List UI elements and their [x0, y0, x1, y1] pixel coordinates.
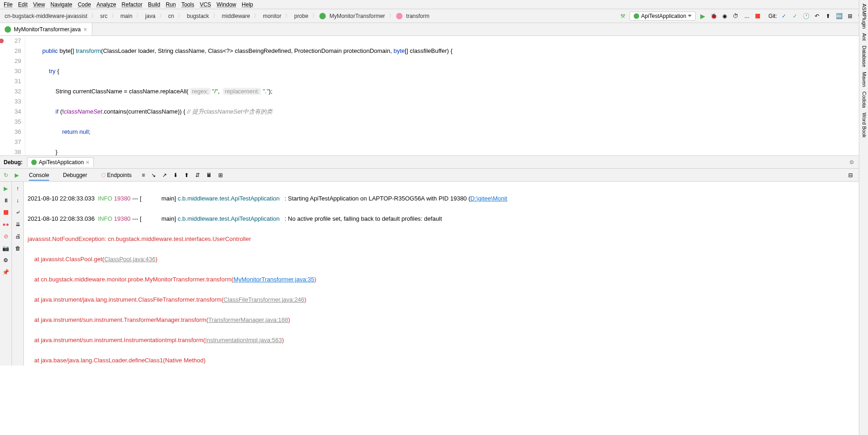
scroll-icon[interactable]: ⇊ — [14, 220, 22, 229]
crumb-monitor[interactable]: monitor — [261, 12, 283, 20]
attach-button[interactable]: ... — [743, 12, 751, 20]
breakpoint-icon[interactable] — [0, 39, 4, 43]
tool-codota[interactable]: Codota — [860, 92, 867, 108]
wrap-icon[interactable]: ⊟ — [848, 172, 853, 178]
menu-run[interactable]: Run — [166, 1, 176, 8]
source-link[interactable]: TransformerManager.java:188 — [208, 316, 288, 323]
crumb-class[interactable]: MyMonitorTransformer — [328, 12, 387, 20]
crumb-middleware[interactable]: middleware — [220, 12, 252, 20]
soft-wrap-icon[interactable]: ⤶ — [14, 208, 22, 217]
gutter-line[interactable]: 38 — [0, 147, 21, 157]
resume-icon[interactable]: ▶ — [2, 184, 10, 193]
gutter-line[interactable]: 30 — [0, 66, 21, 76]
close-icon[interactable]: × — [85, 159, 89, 166]
stop-button[interactable] — [754, 12, 762, 20]
run-config-selector[interactable]: ApiTestApplication — [630, 11, 696, 21]
up-icon[interactable]: ⬆ — [184, 172, 189, 178]
step-into-icon[interactable]: ↘ — [151, 172, 156, 178]
crumb-cn[interactable]: cn — [166, 12, 176, 20]
menu-code[interactable]: Code — [78, 1, 91, 8]
git-update-button[interactable]: ✓ — [780, 12, 788, 20]
file-link[interactable]: D:\gitee\Monit — [471, 195, 507, 202]
run-button[interactable]: ▶ — [698, 12, 707, 20]
gutter-line[interactable]: 29 — [0, 56, 21, 66]
endpoints-tab[interactable]: ⬡ Endpoints — [97, 170, 136, 180]
crumb-bugstack[interactable]: bugstack — [185, 12, 211, 20]
console-output[interactable]: 2021-08-10 22:08:33.033 INFO 19380 --- [… — [24, 182, 868, 366]
coverage-button[interactable]: ◉ — [720, 12, 729, 20]
debugger-tab[interactable]: Debugger — [59, 170, 91, 180]
stop-icon[interactable] — [2, 208, 10, 217]
console-tab[interactable]: Console — [25, 170, 53, 180]
menu-help[interactable]: Help — [242, 1, 253, 8]
menu-navigate[interactable]: Navigate — [51, 1, 72, 8]
settings-icon[interactable]: ⚙ — [2, 256, 10, 264]
debug-button[interactable]: 🐞 — [709, 12, 718, 20]
pin-icon[interactable]: 📌 — [2, 268, 10, 276]
crumb-module[interactable]: cn-bugstack-middleware-javassist — [3, 12, 89, 20]
git-commit-button[interactable]: ✓ — [791, 12, 799, 20]
debug-session-tab[interactable]: ApiTestApplication × — [27, 157, 93, 167]
menu-build[interactable]: Build — [148, 1, 160, 8]
menu-refactor[interactable]: Refactor — [122, 1, 142, 8]
gutter-line[interactable]: 34 — [0, 107, 21, 117]
git-push-button[interactable]: ⬆ — [824, 12, 832, 20]
gutter-line[interactable]: 31 — [0, 76, 21, 86]
gear-icon[interactable]: ⚙ — [849, 159, 854, 166]
tool-maven[interactable]: Maven — [860, 72, 867, 87]
step-out-icon[interactable]: ↗ — [162, 172, 167, 178]
close-icon[interactable]: × — [84, 26, 87, 33]
tool-database[interactable]: Database — [860, 46, 867, 67]
menu-tools[interactable]: Tools — [182, 1, 194, 8]
mute-breakpoints-icon[interactable]: ⊘ — [2, 232, 10, 240]
step-over-icon[interactable]: ≡ — [142, 172, 145, 178]
tool-ant[interactable]: Ant — [860, 33, 867, 41]
menu-analyze[interactable]: Analyze — [96, 1, 116, 8]
gutter-line[interactable]: 32 — [0, 86, 21, 97]
layout-icon[interactable]: ⊞ — [218, 172, 223, 178]
profile-button[interactable]: ⏱ — [732, 12, 740, 20]
crumb-probe[interactable]: probe — [292, 12, 310, 20]
menu-edit[interactable]: Edit — [18, 1, 28, 8]
frames-icon[interactable]: ⇵ — [195, 172, 200, 178]
menu-file[interactable]: File — [4, 1, 12, 8]
up-arrow-icon[interactable]: ↑ — [14, 184, 22, 193]
class-icon — [5, 26, 11, 33]
down-arrow-icon[interactable]: ↓ — [14, 196, 22, 205]
translate-button[interactable]: 🔤 — [835, 12, 843, 20]
print-icon[interactable]: 🖨 — [14, 232, 22, 240]
gutter-line[interactable]: 27 — [0, 36, 21, 46]
down-icon[interactable]: ⬇ — [173, 172, 178, 178]
gutter-line[interactable]: 36 — [0, 127, 21, 137]
gutter-line[interactable]: 33 — [0, 97, 21, 107]
menu-window[interactable]: Window — [216, 1, 236, 8]
editor-tab[interactable]: MyMonitorTransformer.java × — [0, 23, 92, 35]
crumb-src[interactable]: src — [98, 12, 109, 20]
menu-view[interactable]: View — [33, 1, 45, 8]
rerun-icon[interactable]: ↻ — [4, 172, 8, 178]
source-link[interactable]: MyMonitorTransformer.java:35 — [233, 276, 314, 283]
breakpoints-icon[interactable]: ●● — [2, 220, 10, 229]
evaluate-icon[interactable]: 🖩 — [206, 172, 212, 178]
hammer-icon[interactable]: ⚒ — [618, 12, 627, 20]
camera-icon[interactable]: 📷 — [2, 244, 10, 252]
source-link[interactable]: ClassPool.java:436 — [104, 256, 155, 263]
clear-icon[interactable]: 🗑 — [14, 244, 22, 252]
crumb-java[interactable]: java — [143, 12, 157, 20]
gutter-line[interactable]: 35 — [0, 117, 21, 127]
git-history-button[interactable]: 🕐 — [802, 12, 810, 20]
source-link[interactable]: ClassFileTransformer.java:246 — [224, 296, 305, 303]
tool-wordbook[interactable]: Word Book — [860, 113, 867, 137]
play-icon[interactable]: ▶ — [15, 172, 19, 178]
menu-vcs[interactable]: VCS — [200, 1, 211, 8]
gutter-line[interactable]: 28 — [0, 46, 21, 56]
code-editor[interactable]: public byte[] transform(ClassLoader load… — [25, 36, 868, 155]
crumb-main[interactable]: main — [119, 12, 134, 20]
gutter-line[interactable]: 37 — [0, 137, 21, 147]
tool-asmplugin[interactable]: ASMPlugin — [860, 4, 867, 29]
pause-icon[interactable]: ⏸ — [2, 196, 10, 205]
ide-settings-button[interactable]: ⊞ — [846, 12, 854, 20]
crumb-method[interactable]: transform — [404, 12, 431, 20]
source-link[interactable]: InstrumentationImpl.java:563 — [205, 337, 282, 343]
git-revert-button[interactable]: ↶ — [813, 12, 821, 20]
